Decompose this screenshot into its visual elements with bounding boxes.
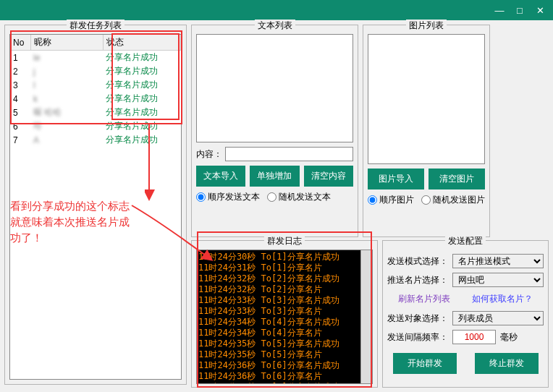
table-row[interactable]: 6玲分享名片成功 <box>10 119 181 133</box>
mode-label: 发送模式选择： <box>387 255 448 268</box>
text-list-title: 文本列表 <box>255 20 295 32</box>
image-seq-radio[interactable]: 顺序图片 <box>368 194 414 206</box>
refresh-card-link[interactable]: 刷新名片列表 <box>398 293 450 305</box>
card-label: 推送名片选择： <box>387 274 448 286</box>
image-list-title: 图片列表 <box>406 20 447 32</box>
minimize-button[interactable]: — <box>489 3 510 17</box>
text-add-button[interactable]: 单独增加 <box>250 166 299 187</box>
table-row[interactable]: 5喔 哈哈分享名片成功 <box>10 106 181 119</box>
log-title: 群发日志 <box>264 235 305 247</box>
card-select[interactable]: 网虫吧 <box>452 273 544 287</box>
text-listbox[interactable] <box>196 34 353 142</box>
log-textarea[interactable]: 11时24分30秒 To[1]分享名片成功11时24分31秒 To[1]分享名片… <box>196 250 373 384</box>
log-line: 11时24分34秒 To[4]分享名片成功 <box>198 317 371 328</box>
maximize-button[interactable]: □ <box>510 3 530 17</box>
target-select[interactable]: 列表成员 <box>452 311 544 325</box>
interval-unit: 毫秒 <box>500 331 518 344</box>
target-label: 发送对象选择： <box>387 312 448 325</box>
text-seq-radio[interactable]: 顺序发送文本 <box>196 191 260 203</box>
text-import-button[interactable]: 文本导入 <box>196 166 245 187</box>
stop-button[interactable]: 终止群发 <box>475 353 539 374</box>
task-list-panel: 群发任务列表 No 昵称 状态 1le分享名片成功2j分享名片成功3l分享名片成… <box>4 25 187 385</box>
log-line: 11时24分32秒 To[2]分享名片 <box>198 284 371 295</box>
text-rand-radio[interactable]: 随机发送文本 <box>267 191 331 203</box>
interval-label: 发送间隔频率： <box>387 331 448 344</box>
task-table[interactable]: No 昵称 状态 1le分享名片成功2j分享名片成功3l分享名片成功4k分享名片… <box>9 34 182 380</box>
mode-select[interactable]: 名片推送模式 <box>452 254 544 268</box>
start-button[interactable]: 开始群发 <box>393 353 457 374</box>
log-line: 11时24分30秒 To[1]分享名片成功 <box>198 252 371 263</box>
image-clear-button[interactable]: 清空图片 <box>429 169 485 189</box>
table-row[interactable]: 4k分享名片成功 <box>10 92 181 106</box>
log-scrollbar[interactable] <box>360 250 372 383</box>
log-line: 11时24分36秒 To[6]分享名片成功 <box>198 360 371 371</box>
image-rand-radio[interactable]: 随机发送图片 <box>421 194 485 206</box>
log-line: 11时24分32秒 To[2]分享名片成功 <box>198 273 371 284</box>
col-status: 状态 <box>103 35 181 51</box>
text-clear-button[interactable]: 清空内容 <box>304 166 353 187</box>
log-line: 11时24分35秒 To[5]分享名片 <box>198 349 371 360</box>
col-nick: 昵称 <box>30 35 103 51</box>
content-label: 内容： <box>196 148 222 161</box>
config-panel: 发送配置 发送模式选择： 名片推送模式 推送名片选择： 网虫吧 刷新名片列表 如… <box>382 240 549 388</box>
table-row[interactable]: 7A分享名片成功 <box>10 133 181 147</box>
log-line: 11时24分35秒 To[5]分享名片成功 <box>198 338 371 349</box>
config-title: 发送配置 <box>445 235 486 247</box>
titlebar: — □ ✕ <box>0 0 553 20</box>
log-line: 11时24分34秒 To[4]分享名片 <box>198 328 371 338</box>
table-row[interactable]: 1le分享名片成功 <box>10 51 181 65</box>
image-list-panel: 图片列表 图片导入 清空图片 顺序图片 随机发送图片 <box>363 25 490 237</box>
image-import-button[interactable]: 图片导入 <box>368 169 424 189</box>
log-line: 11时24分36秒 To[6]分享名片 <box>198 371 371 382</box>
table-row[interactable]: 3l分享名片成功 <box>10 78 181 92</box>
log-line: 11时24分37秒 To[7]分享名片成功 <box>198 382 371 384</box>
log-line: 11时24分33秒 To[3]分享名片 <box>198 306 371 317</box>
col-no: No <box>10 35 30 51</box>
content-input[interactable] <box>225 147 353 161</box>
table-row[interactable]: 2j分享名片成功 <box>10 64 181 78</box>
log-panel: 群发日志 11时24分30秒 To[1]分享名片成功11时24分31秒 To[1… <box>191 240 378 388</box>
log-line: 11时24分33秒 To[3]分享名片成功 <box>198 295 371 306</box>
task-list-title: 群发任务列表 <box>67 20 124 32</box>
howto-card-link[interactable]: 如何获取名片？ <box>472 293 533 305</box>
text-list-panel: 文本列表 内容： 文本导入 单独增加 清空内容 顺序发送文本 随机发送文本 <box>191 25 358 237</box>
interval-input[interactable] <box>452 330 496 344</box>
close-button[interactable]: ✕ <box>530 3 550 17</box>
log-line: 11时24分31秒 To[1]分享名片 <box>198 263 371 273</box>
image-listbox[interactable] <box>368 34 485 164</box>
